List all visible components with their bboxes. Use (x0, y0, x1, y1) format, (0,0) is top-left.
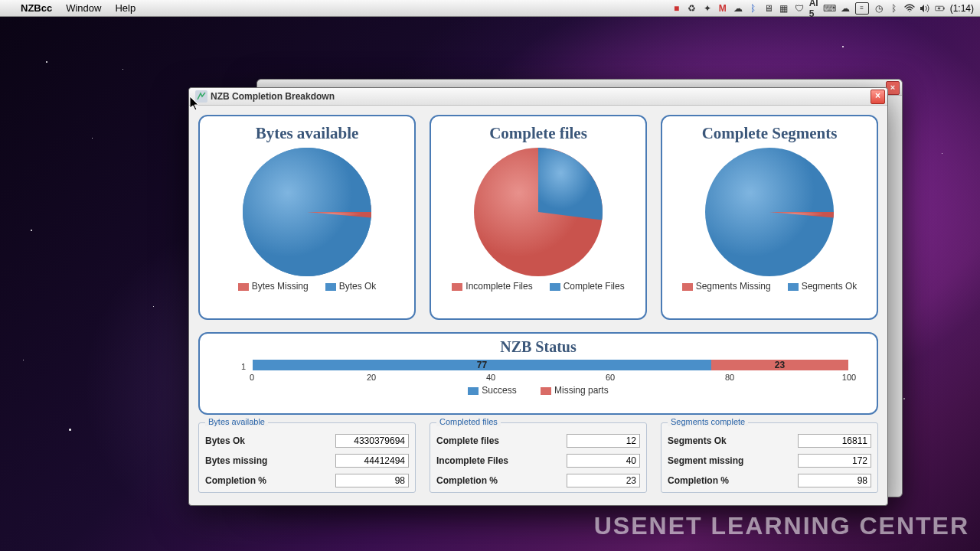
tray-icon[interactable]: ♻ (687, 3, 697, 14)
segments-pie-chart (705, 148, 834, 276)
menu-window[interactable]: Window (59, 2, 108, 14)
stat-label: Completion % (436, 475, 498, 486)
files-pie-chart (474, 148, 603, 276)
stat-label: Bytes Ok (205, 435, 245, 446)
bluetooth-icon[interactable]: ᛒ (748, 3, 759, 14)
wifi-icon[interactable] (904, 3, 915, 14)
tray-icon[interactable]: 🛡 (794, 3, 805, 14)
complete-files-card: Complete files Incomplete Files (430, 115, 647, 320)
stat-label: Completion % (668, 475, 729, 486)
watermark: USENET LEARNING CENTER (594, 512, 969, 540)
bytes-pie-chart (243, 148, 371, 276)
bytes-available-card: Bytes available (198, 115, 416, 320)
stat-label: Segments Ok (668, 435, 727, 446)
bytes-missing-field[interactable] (335, 454, 409, 468)
tray-icon[interactable]: ☁ (733, 3, 743, 14)
segments-missing-field[interactable] (798, 454, 871, 468)
status-bar-success-seg: 77 (253, 360, 711, 370)
menu-bar: NZBcc Window Help ■ ♻ ✦ M ☁ ᛒ 🖥 ▦ 🛡 AI 5… (0, 0, 980, 17)
svg-rect-2 (195, 90, 207, 103)
complete-files-field[interactable] (567, 434, 640, 448)
files-completion-field[interactable] (567, 474, 640, 487)
stat-label: Complete files (436, 435, 499, 446)
segments-completion-field[interactable] (798, 474, 871, 487)
tray-icon[interactable]: ☁ (840, 3, 851, 14)
bytes-completion-field[interactable] (335, 474, 409, 487)
pie-legend: Segments Missing Segments Ok (668, 281, 871, 292)
tray-icon[interactable]: ≡ (855, 2, 869, 15)
pie-legend: Bytes Missing Bytes Ok (206, 281, 408, 292)
tray-icon[interactable]: AI 5 (809, 3, 820, 14)
card-title: Bytes available (256, 124, 359, 143)
bytes-ok-field[interactable] (335, 434, 409, 448)
volume-icon[interactable] (920, 3, 930, 14)
complete-segments-card: Complete Segments Segments Missing Segme… (661, 115, 878, 320)
segments-ok-field[interactable] (798, 434, 871, 448)
status-bar-ylabel: 1 (241, 362, 246, 371)
segments-stats-group: Segments complete Segments Ok Segment mi… (661, 422, 878, 493)
window-titlebar[interactable]: NZB Completion Breakdown × (189, 88, 887, 106)
nzb-status-card: NZB Status 1 77 23 0 20 40 60 80 100 Suc… (198, 332, 878, 415)
menu-help[interactable]: Help (108, 2, 142, 14)
bytes-stats-group: Bytes available Bytes Ok Bytes missing C… (198, 422, 416, 493)
tray-icon[interactable]: 🖥 (763, 3, 774, 14)
close-button[interactable]: × (871, 90, 885, 104)
window-title: NZB Completion Breakdown (211, 91, 335, 102)
status-bar-legend: Success Missing parts (221, 385, 855, 396)
group-title: Segments complete (668, 417, 748, 426)
group-title: Completed files (436, 417, 501, 426)
menu-bar-tray: ■ ♻ ✦ M ☁ ᛒ 🖥 ▦ 🛡 AI 5 ⌨ ☁ ≡ ◷ ᛒ (1:14) (671, 2, 974, 15)
tray-icon[interactable]: ✦ (702, 3, 713, 14)
svg-rect-1 (943, 7, 944, 9)
status-bar-chart: 1 77 23 0 20 40 60 80 100 (221, 359, 855, 385)
card-title: Complete Segments (702, 124, 838, 143)
tray-icon[interactable]: M (717, 3, 728, 14)
card-title: NZB Status (221, 338, 855, 356)
bluetooth-icon[interactable]: ᛒ (889, 3, 900, 14)
files-stats-group: Completed files Complete files Incomplet… (430, 422, 647, 493)
status-bar-axis: 0 20 40 60 80 100 (252, 371, 849, 383)
incomplete-files-field[interactable] (567, 454, 640, 468)
group-title: Bytes available (205, 417, 268, 426)
app-icon (195, 90, 207, 103)
battery-icon[interactable] (935, 3, 946, 14)
stat-label: Segment missing (668, 455, 743, 466)
nzb-breakdown-window: NZB Completion Breakdown × Bytes availab… (188, 87, 888, 506)
stat-label: Bytes missing (205, 455, 267, 466)
tray-icon[interactable]: ■ (671, 3, 682, 14)
tray-icon[interactable]: ▦ (779, 3, 789, 14)
pie-legend: Incomplete Files Complete Files (437, 281, 639, 292)
stat-label: Incomplete Files (436, 455, 508, 466)
app-menu[interactable]: NZBcc (14, 2, 59, 14)
status-bar-missing-seg: 23 (711, 360, 848, 370)
time-machine-icon[interactable]: ◷ (874, 3, 884, 14)
stat-label: Completion % (205, 475, 266, 486)
menu-bar-clock[interactable]: (1:14) (950, 3, 974, 14)
tray-icon[interactable]: ⌨ (825, 3, 835, 14)
card-title: Complete files (489, 124, 587, 143)
